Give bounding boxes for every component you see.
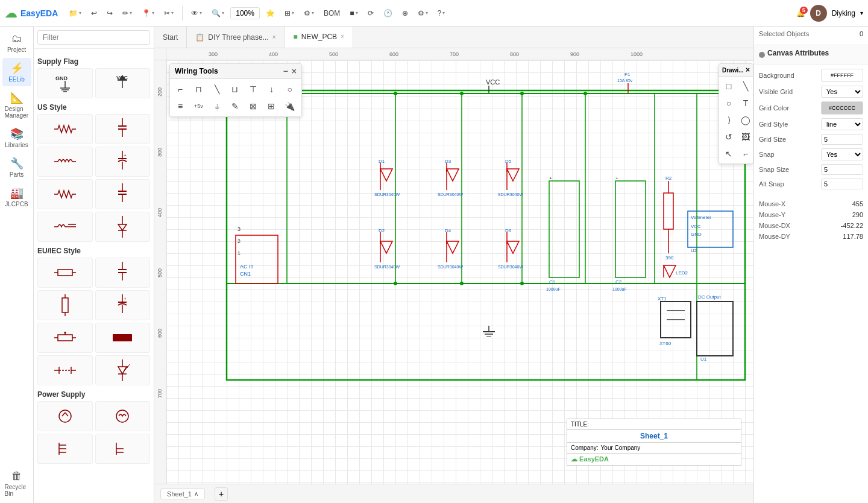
wt-netflag[interactable]: ≡	[172, 98, 188, 114]
sidebar-item-jlcpcb[interactable]: 🏭 JLCPCB	[2, 183, 31, 211]
history-btn[interactable]: 🕐	[380, 7, 396, 20]
canvas-attributes-body: Background #FFFFFF Visible Grid Yes No G…	[754, 65, 868, 197]
resistor2-us[interactable]	[37, 179, 93, 209]
filter-input[interactable]	[37, 30, 150, 45]
dt-rect[interactable]: □	[721, 78, 737, 94]
notification-bell[interactable]: 🔔 5	[796, 9, 805, 17]
alt-snap-input[interactable]	[821, 179, 863, 189]
edit-btn[interactable]: ✂ ▾	[160, 7, 177, 20]
wiring-minimize-btn[interactable]: −	[283, 66, 288, 76]
polar-cap-us[interactable]: +	[95, 147, 151, 177]
svg-text:400: 400	[269, 51, 278, 57]
undo-btn[interactable]: ↩	[87, 7, 101, 20]
dt-pointer[interactable]: ↖	[721, 146, 737, 162]
snap-size-input[interactable]	[821, 164, 863, 175]
draw-btn[interactable]: ✏ ▾	[119, 7, 136, 20]
inductor2-us[interactable]	[37, 212, 93, 242]
cap2-us[interactable]	[95, 179, 151, 209]
layout-btn[interactable]: ⊞ ▾	[281, 7, 298, 20]
wt-label[interactable]: ↓	[263, 81, 279, 97]
wt-gnd[interactable]: ⏚	[209, 98, 225, 114]
dt-line[interactable]: ╲	[738, 78, 753, 94]
zoom-btn[interactable]: 🔍 ▾	[208, 7, 228, 20]
led-eu[interactable]	[95, 355, 151, 385]
main-canvas[interactable]: VCC	[166, 60, 753, 484]
wt-pin[interactable]: ⊞	[263, 98, 279, 114]
redo-btn[interactable]: ↪	[103, 7, 116, 20]
wt-noconn[interactable]: ⊠	[245, 98, 261, 114]
power-supply-1[interactable]	[37, 401, 93, 431]
sidebar-item-parts[interactable]: 🔧 Parts	[2, 153, 31, 182]
tab-diy[interactable]: 📋 DIY Three phase... ×	[187, 27, 285, 48]
grid-style-select[interactable]: line dot	[821, 118, 863, 130]
render-btn[interactable]: ■ ▾	[346, 7, 361, 20]
cap-eu1[interactable]	[95, 258, 151, 288]
view-btn[interactable]: 👁 ▾	[187, 7, 206, 20]
sheet-tab[interactable]: Sheet_1 ∧	[160, 489, 205, 499]
wt-vcc[interactable]: +5v	[190, 98, 206, 114]
res-eu3[interactable]	[37, 323, 93, 353]
share-btn[interactable]: ⟳	[364, 7, 377, 20]
dt-text[interactable]: T	[738, 95, 753, 111]
component-btn[interactable]: ⚙ ▾	[300, 7, 318, 20]
dt-corner[interactable]: ⌐	[738, 146, 753, 162]
zener-us[interactable]	[95, 212, 151, 242]
background-value: #FFFFFF	[831, 72, 854, 78]
sidebar-item-eelib[interactable]: ⚡ EELib	[2, 58, 31, 86]
bom-btn[interactable]: BOM	[320, 7, 344, 20]
svg-text:+: +	[549, 176, 552, 181]
capacitor-us[interactable]	[95, 114, 151, 144]
background-color-swatch[interactable]: #FFFFFF	[821, 69, 863, 82]
settings-btn[interactable]: ⚙ ▾	[414, 7, 432, 20]
file-btn[interactable]: 📁 ▾	[65, 7, 85, 20]
power-supply-2[interactable]	[95, 401, 151, 431]
dt-arrow[interactable]: ⟩	[721, 112, 737, 128]
power-supply-3[interactable]	[37, 434, 93, 464]
add-sheet-btn[interactable]: +	[215, 487, 228, 501]
snap-select[interactable]: Yes No	[821, 148, 863, 160]
layers-btn[interactable]: ⊕	[398, 7, 412, 20]
tab-new-pcb[interactable]: ■ NEW_PCB ×	[285, 27, 353, 48]
wt-junction[interactable]: ⊔	[227, 81, 243, 97]
tab-pcb-close[interactable]: ×	[341, 33, 344, 40]
dt-rotate[interactable]: ↺	[721, 129, 737, 145]
wt-probe[interactable]: ✎	[227, 98, 243, 114]
tab-diy-close[interactable]: ×	[272, 34, 276, 40]
dt-circle[interactable]: ○	[721, 95, 737, 111]
favorite-btn[interactable]: ⭐	[262, 7, 278, 20]
tab-start[interactable]: Start	[154, 27, 187, 48]
vcc-symbol[interactable]: VCC	[95, 68, 151, 98]
res-eu1[interactable]	[37, 258, 93, 288]
sidebar-item-project[interactable]: 🗂 Project	[2, 29, 31, 57]
wt-component[interactable]: 🔌	[282, 98, 298, 114]
power-supply-4[interactable]	[95, 434, 151, 464]
user-caret[interactable]: ▾	[860, 10, 863, 16]
drawing-close-btn[interactable]: ×	[746, 66, 750, 74]
wt-line[interactable]: ╲	[209, 81, 225, 97]
place-btn[interactable]: 📍 ▾	[138, 7, 158, 20]
wiring-close-btn[interactable]: ×	[292, 66, 297, 76]
sidebar-item-design-manager[interactable]: 📐 Design Manager	[2, 87, 31, 122]
grid-color-swatch[interactable]: #CCCCCC	[821, 101, 863, 115]
fuse-eu[interactable]	[37, 355, 93, 385]
dt-image[interactable]: 🖼	[738, 129, 753, 145]
wt-cross[interactable]: ⊤	[245, 81, 261, 97]
drawing-tools-title: Drawi...	[722, 67, 744, 74]
res-eu2[interactable]	[37, 290, 93, 320]
sidebar-item-libraries[interactable]: 📚 Libraries	[2, 124, 31, 152]
visible-grid-select[interactable]: Yes No	[821, 86, 863, 98]
inductor-us[interactable]	[37, 147, 93, 177]
gnd-symbol[interactable]: GND	[37, 68, 93, 98]
sidebar-item-recycle[interactable]: 🗑 Recycle Bin	[2, 466, 31, 501]
dt-ellipse[interactable]: ◯	[738, 112, 753, 128]
wt-bus[interactable]: ⊓	[190, 81, 206, 97]
cap-eu3[interactable]	[95, 323, 151, 353]
cap-eu2[interactable]: +	[95, 290, 151, 320]
resistor-us[interactable]	[37, 114, 93, 144]
design-manager-label: Design Manager	[5, 106, 29, 119]
help-btn[interactable]: ? ▾	[434, 7, 449, 20]
avatar[interactable]: D	[810, 5, 827, 22]
grid-size-input[interactable]	[821, 134, 863, 145]
wt-wire[interactable]: ⌐	[172, 81, 188, 97]
wt-power[interactable]: ○	[282, 81, 298, 97]
